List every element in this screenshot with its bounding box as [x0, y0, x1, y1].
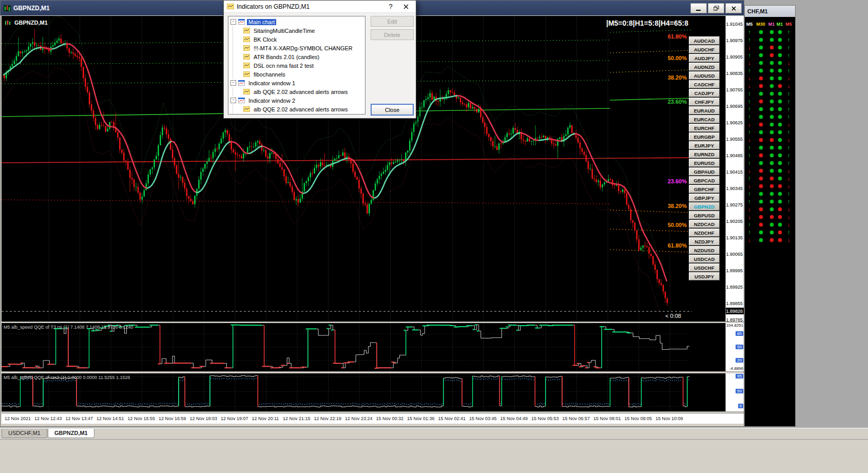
symbol-button-audnzd[interactable]: AUDNZD — [689, 63, 720, 71]
signal-dot — [778, 200, 782, 203]
symbol-button-eurgbp[interactable]: EURGBP — [689, 133, 720, 141]
signal-dot — [770, 192, 774, 196]
indicator-window-2[interactable]: M5 alb_speed QQE of rsx2 (1) 0.0000 0.00… — [2, 373, 725, 411]
osc1-canvas[interactable] — [2, 323, 725, 371]
candles-icon — [5, 20, 12, 26]
signal-dot — [759, 231, 763, 234]
signal-dot — [778, 238, 782, 242]
symbol-button-eurjpy[interactable]: EURJPY — [689, 141, 720, 149]
tree-item-indicator-window-2[interactable]: -Indicator window 2 — [228, 96, 365, 105]
symbol-button-gbpaud[interactable]: GBPAUD — [689, 167, 720, 176]
price-axis-label: 1.90555 — [726, 137, 743, 142]
symbol-button-gbpnzd[interactable]: GBPNZD — [689, 202, 720, 211]
price-axis-label: 1.90415 — [726, 169, 743, 175]
edit-button[interactable]: Edit — [371, 16, 414, 27]
collapse-icon[interactable]: - — [230, 98, 236, 103]
indicator-tree[interactable]: -Main chartSitaringMultiCandleTimeBK Clo… — [228, 16, 365, 115]
time-axis[interactable]: 12 Nov 202112 Nov 12:4312 Nov 13:4712 No… — [2, 413, 744, 424]
signal-dot — [778, 177, 782, 180]
tree-item-dsl-ocn-nma-fast-2-test[interactable]: DSL ocn nma fast 2 test — [228, 61, 365, 70]
tab-usdchf-m1[interactable]: USDCHF,M1 — [2, 429, 47, 438]
price-axis[interactable]: 1.89826 1.910451.909751.909051.908351.90… — [725, 16, 744, 321]
symbol-button-audchf[interactable]: AUDCHF — [689, 45, 720, 53]
signal-dot — [770, 146, 774, 149]
tree-guide — [233, 44, 243, 52]
symbol-button-nzdchf[interactable]: NZDCHF — [689, 229, 720, 237]
signal-dot — [778, 146, 782, 149]
signal-row-euraud: ↑↑ — [745, 90, 795, 98]
symbol-button-eurcad[interactable]: EURCAD — [689, 115, 720, 123]
tab-gbpnzd-m1[interactable]: GBPNZD,M1 — [48, 429, 94, 438]
time-axis-label: 12 Nov 12:43 — [34, 416, 62, 421]
signal-dot — [778, 53, 782, 57]
tree-item-mt4-x-xardg-symbol-changer[interactable]: !!!-MT4 X-XARDg-SYMBOL CHANGER — [228, 44, 365, 52]
osc2-axis: 95505 — [725, 373, 744, 411]
symbol-button-euraud[interactable]: EURAUD — [689, 106, 720, 115]
symbol-button-gbpcad[interactable]: GBPCAD — [689, 176, 720, 184]
collapse-icon[interactable]: - — [230, 19, 236, 25]
symbol-button-nzdcad[interactable]: NZDCAD — [689, 220, 720, 228]
symbol-button-eurusd[interactable]: EURUSD — [689, 159, 720, 167]
symbol-button-nzdusd[interactable]: NZDUSD — [689, 246, 720, 254]
indicator-axis-label: 5 — [738, 404, 743, 408]
restore-button[interactable] — [708, 3, 724, 13]
indicators-dialog[interactable]: Indicators on GBPNZD,M1 ? -Main chartSit… — [223, 0, 416, 119]
delete-button[interactable]: Delete — [371, 29, 414, 40]
signal-dot — [759, 30, 763, 34]
symbol-button-cadchf[interactable]: CADCHF — [689, 80, 720, 88]
down-arrow-icon: ↓ — [748, 168, 751, 174]
tree-item-fibochannels[interactable]: fibochannels — [228, 70, 365, 79]
usdchf-chart-window[interactable]: CHF,M1 M5M30M1M1M5↑↑↑↑↓↑↑↑↓↓↑↑↓↓↓↓↑↑↑↑↑↑… — [744, 5, 796, 427]
minimize-button[interactable] — [690, 3, 707, 13]
up-arrow-icon: ↑ — [787, 45, 790, 50]
dialog-close-button[interactable] — [398, 2, 414, 12]
symbol-button-audjpy[interactable]: AUDJPY — [689, 54, 720, 62]
signal-row-gbpcad: ↑↑ — [745, 152, 795, 159]
down-arrow-icon: ↓ — [787, 168, 790, 174]
time-axis-label: 12 Nov 2021 — [5, 416, 31, 421]
fib-percent-label: 23.60% — [641, 178, 687, 184]
symbol-button-gbpusd[interactable]: GBPUSD — [689, 211, 720, 219]
tree-item-main-chart[interactable]: -Main chart — [228, 17, 365, 26]
signal-dot — [778, 30, 782, 34]
symbol-button-usdcad[interactable]: USDCAD — [689, 255, 720, 263]
symbol-button-eurnzd[interactable]: EURNZD — [689, 150, 720, 158]
close-button[interactable] — [725, 3, 742, 13]
up-arrow-icon: ↑ — [748, 68, 751, 73]
time-axis-label: 12 Nov 15:55 — [128, 416, 156, 421]
dialog-help-button[interactable]: ? — [383, 2, 398, 12]
tree-guide — [233, 35, 243, 44]
signal-row-gbpaud: ↑↑ — [745, 144, 795, 152]
tree-item-alb-qqe-2-02-advanced-alerts-arrows[interactable]: alb QQE 2.02 advanced alerts arrows — [228, 87, 365, 96]
indicator-window-1[interactable]: M5 alb_speed QQE of T3 rsi (1) 7.1408 7.… — [2, 323, 725, 371]
indicator-icon — [243, 63, 250, 68]
symbol-button-chfjpy[interactable]: CHFJPY — [689, 98, 720, 106]
symbol-button-usdchf[interactable]: USDCHF — [689, 263, 720, 272]
usdchf-window-titlebar[interactable]: CHF,M1 — [745, 6, 795, 17]
tree-item-indicator-window-1[interactable]: -Indicator window 1 — [228, 79, 365, 87]
tree-item-sitaringmulticandletime[interactable]: SitaringMultiCandleTime — [228, 26, 365, 35]
collapse-icon[interactable]: - — [230, 80, 236, 86]
dialog-body: -Main chartSitaringMultiCandleTimeBK Clo… — [224, 13, 416, 118]
tree-item-bk-clock[interactable]: BK Clock — [228, 35, 365, 44]
dialog-titlebar[interactable]: Indicators on GBPNZD,M1 ? — [224, 1, 416, 13]
up-arrow-icon: ↑ — [748, 199, 751, 204]
signal-row-audcad: ↑↑ — [745, 28, 795, 36]
down-arrow-icon: ↓ — [787, 137, 790, 143]
symbol-button-nzdjpy[interactable]: NZDJPY — [689, 237, 720, 245]
symbol-button-gbpjpy[interactable]: GBPJPY — [689, 194, 720, 202]
symbol-button-usdjpy[interactable]: USDJPY — [689, 272, 720, 280]
tree-item-atr-bands-2-01-candles[interactable]: ATR Bands 2.01 (candles) — [228, 52, 365, 61]
symbol-button-audcad[interactable]: AUDCAD — [689, 36, 720, 45]
tree-item-alb-qqe-2-02-advanced-alerts-arrows[interactable]: alb QQE 2.02 advanced alerts arrows — [228, 105, 365, 113]
symbol-button-cadjpy[interactable]: CADJPY — [689, 89, 720, 97]
signal-dot — [770, 215, 774, 219]
symbol-button-eurchf[interactable]: EURCHF — [689, 124, 720, 132]
symbol-button-gbpchf[interactable]: GBPCHF — [689, 185, 720, 193]
signal-dot — [770, 92, 774, 96]
signal-dot — [778, 207, 782, 211]
dialog-close-action-button[interactable]: Close — [371, 104, 414, 116]
indicator-axis-label: 20 — [736, 358, 743, 363]
symbol-button-audusd[interactable]: AUDUSD — [689, 71, 720, 80]
time-axis-label: 12 Nov 20:11 — [252, 416, 279, 421]
